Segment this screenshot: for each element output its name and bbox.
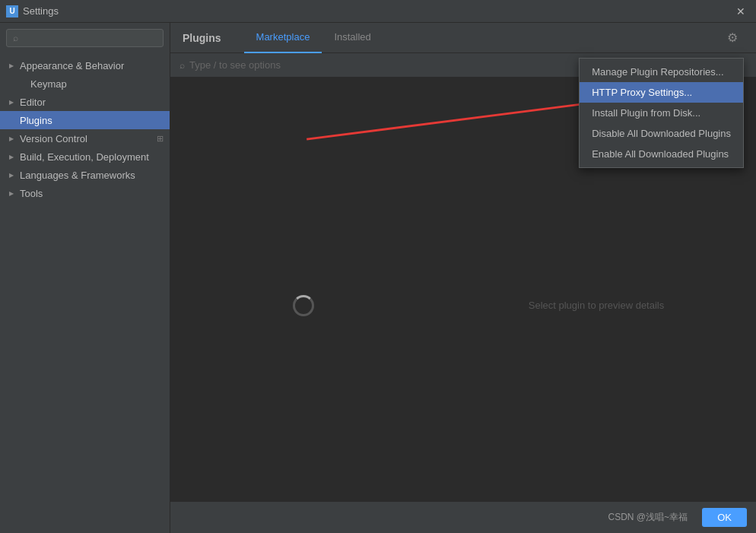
ok-button[interactable]: OK [702, 508, 747, 527]
sidebar-item-tools[interactable]: ▶ Tools [0, 184, 170, 202]
sidebar-item-label: Editor [20, 97, 164, 108]
arrow-icon: ▶ [9, 190, 17, 197]
dropdown-item-install-disk[interactable]: Install Plugin from Disk... [580, 103, 743, 123]
window-title: Settings [23, 5, 59, 17]
app-icon: U [6, 5, 18, 17]
arrow-icon: ▶ [9, 99, 17, 106]
sidebar-item-label: Appearance & Behavior [20, 60, 164, 71]
plugins-header: Plugins Marketplace Installed ⚙ Manage P… [170, 23, 756, 53]
arrow-icon: ▶ [9, 154, 17, 160]
sidebar-item-editor[interactable]: ▶ Editor [0, 93, 170, 111]
dropdown-item-manage-repos[interactable]: Manage Plugin Repositories... [580, 62, 743, 82]
dropdown-item-enable-all[interactable]: Enable All Downloaded Plugins [580, 144, 743, 164]
sidebar-item-build[interactable]: ▶ Build, Execution, Deployment [0, 148, 170, 166]
title-bar: U Settings ✕ [0, 0, 756, 23]
config-icon: ⊞ [157, 134, 164, 144]
sidebar-search[interactable]: ⌕ [6, 29, 164, 47]
sidebar-item-label: Keymap [30, 78, 164, 90]
plugins-title: Plugins [183, 32, 221, 44]
arrow-icon: ▶ [9, 135, 17, 142]
preview-placeholder-text: Select plugin to preview details [529, 300, 665, 311]
sidebar-item-languages[interactable]: ▶ Languages & Frameworks [0, 166, 170, 184]
main-layout: ⌕ ▶ Appearance & Behavior Keymap ▶ Edito… [0, 23, 756, 533]
sidebar: ⌕ ▶ Appearance & Behavior Keymap ▶ Edito… [0, 23, 170, 533]
sidebar-item-label: Version Control [20, 133, 154, 144]
sidebar-item-label: Tools [20, 188, 164, 199]
plugin-list [170, 78, 437, 533]
sidebar-nav: ▶ Appearance & Behavior Keymap ▶ Editor … [0, 53, 170, 533]
watermark: CSDN @浅唱~幸福 [608, 511, 688, 524]
dropdown-item-disable-all[interactable]: Disable All Downloaded Plugins [580, 123, 743, 144]
spinner-icon [293, 295, 314, 316]
loading-spinner [293, 295, 314, 316]
sidebar-item-label: Languages & Frameworks [20, 170, 164, 181]
search-icon: ⌕ [13, 33, 18, 43]
sidebar-search-input[interactable] [21, 33, 157, 43]
gear-dropdown-menu: Manage Plugin Repositories... HTTP Proxy… [579, 58, 744, 168]
search-icon: ⌕ [179, 60, 185, 71]
gear-icon: ⚙ [727, 30, 738, 45]
content-area: Plugins Marketplace Installed ⚙ Manage P… [170, 23, 756, 533]
sidebar-item-label: Build, Execution, Deployment [20, 151, 164, 163]
tab-installed[interactable]: Installed [322, 23, 383, 53]
close-button[interactable]: ✕ [732, 4, 750, 19]
tab-bar: Marketplace Installed [244, 23, 383, 53]
sidebar-item-plugins[interactable]: Plugins [0, 111, 170, 129]
sidebar-item-keymap[interactable]: Keymap [0, 75, 170, 93]
gear-button[interactable]: ⚙ Manage Plugin Repositories... HTTP Pro… [721, 27, 744, 48]
dropdown-item-http-proxy[interactable]: HTTP Proxy Settings... [580, 82, 743, 103]
sidebar-item-appearance[interactable]: ▶ Appearance & Behavior [0, 56, 170, 75]
sidebar-item-label: Plugins [20, 115, 164, 126]
tab-marketplace[interactable]: Marketplace [244, 23, 322, 53]
arrow-icon: ▶ [9, 172, 17, 179]
arrow-icon: ▶ [9, 62, 17, 69]
sidebar-item-version-control[interactable]: ▶ Version Control ⊞ [0, 129, 170, 148]
